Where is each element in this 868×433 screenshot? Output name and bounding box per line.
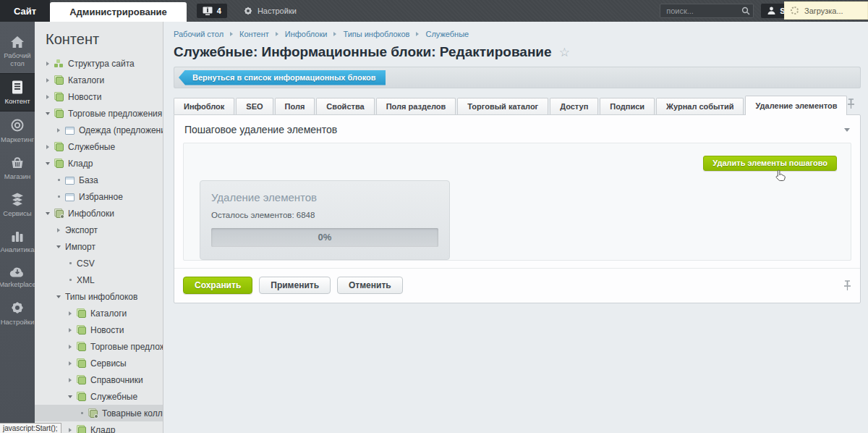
collapse-arrow-icon[interactable] <box>56 295 61 298</box>
tree-item-import[interactable]: Импорт <box>35 238 163 255</box>
spinner-icon <box>791 7 799 14</box>
tree-item-catalogs[interactable]: Каталоги <box>35 72 163 88</box>
breadcrumb-link[interactable]: Служебные <box>425 30 469 38</box>
expand-arrow-icon[interactable] <box>69 428 72 432</box>
expand-arrow-icon[interactable] <box>57 128 60 133</box>
expand-arrow-icon[interactable] <box>69 345 72 349</box>
tree-item-kladr[interactable]: Кладр <box>35 155 163 172</box>
expand-arrow-icon[interactable] <box>69 328 72 332</box>
pin-icon[interactable] <box>847 98 855 109</box>
search-input[interactable] <box>660 4 754 18</box>
expand-arrow-icon[interactable] <box>57 228 60 232</box>
topbar-settings[interactable]: Настройки <box>243 0 297 22</box>
tree-item-export[interactable]: Экспорт <box>35 222 163 238</box>
tree-item-infoblock-types[interactable]: Типы инфоблоков <box>35 288 163 305</box>
tab-infoblock[interactable]: Инфоблок <box>174 98 234 114</box>
tab-fields[interactable]: Поля <box>275 98 315 114</box>
tab-properties[interactable]: Свойства <box>316 98 374 114</box>
collapse-arrow-icon[interactable] <box>46 112 50 115</box>
tree-item-favorites[interactable]: Избранное <box>35 188 163 205</box>
collapse-section-icon[interactable] <box>844 128 850 132</box>
tab-trade-catalog[interactable]: Торговый каталог <box>457 98 548 114</box>
table-icon <box>65 193 75 201</box>
rail-item-marketing[interactable]: Маркетинг <box>0 112 35 149</box>
search-icon[interactable] <box>741 7 750 15</box>
tree-item-type-news[interactable]: Новости <box>35 321 163 338</box>
tree-item-product-collections[interactable]: Товарные коллекции <box>35 405 163 421</box>
tab-bar: Инфоблок SEO Поля Свойства Поля разделов… <box>174 96 861 114</box>
back-to-list-button[interactable]: Вернуться в список информационных блоков <box>179 70 386 85</box>
notification-count: 4 <box>217 7 221 15</box>
rail-label: Аналитика <box>0 245 34 253</box>
breadcrumb-separator-icon <box>276 32 278 36</box>
save-button[interactable]: Сохранить <box>183 277 252 294</box>
rail-item-services[interactable]: Сервисы <box>0 186 35 223</box>
progress-bar: 0% <box>211 228 438 247</box>
breadcrumb-link[interactable]: Рабочий стол <box>174 30 224 38</box>
tree-item-label: Инфоблоки <box>68 209 114 219</box>
expand-arrow-icon[interactable] <box>46 95 49 99</box>
collapse-arrow-icon[interactable] <box>68 395 72 398</box>
tree-item-clothes-offers[interactable]: Одежда (предложения) <box>35 122 163 138</box>
tab-event-log[interactable]: Журнал событий <box>656 98 744 114</box>
tree-item-type-catalogs[interactable]: Каталоги <box>35 305 163 321</box>
tree-item-base[interactable]: База <box>35 172 163 188</box>
tree-item-xml[interactable]: XML <box>35 272 163 288</box>
rail-item-marketplace[interactable]: Marketplace <box>0 259 35 294</box>
tree-item-label: Типы инфоблоков <box>65 292 137 302</box>
site-structure-icon <box>54 59 64 68</box>
content-tree-sidebar: Контент Структура сайта Каталоги Новости… <box>35 22 163 433</box>
rail-item-shop[interactable]: Магазин <box>0 149 35 186</box>
tree-item-type-service[interactable]: Служебные <box>35 388 163 405</box>
notification-counter[interactable]: 4 <box>197 4 227 18</box>
delete-stepwise-button[interactable]: Удалить элементы пошагово <box>703 156 837 171</box>
breadcrumb-link[interactable]: Контент <box>239 30 269 38</box>
tree-item-site-structure[interactable]: Структура сайта <box>35 55 163 72</box>
collapse-arrow-icon[interactable] <box>46 162 50 165</box>
home-icon <box>10 35 25 49</box>
tab-signatures[interactable]: Подписи <box>600 98 655 114</box>
tree-item-infoblocks[interactable]: Инфоблоки <box>35 205 163 222</box>
tree-item-csv[interactable]: CSV <box>35 255 163 272</box>
tree-item-service[interactable]: Служебные <box>35 138 163 155</box>
form-footer: Сохранить Применить Отменить <box>174 268 860 303</box>
rail-item-desktop[interactable]: Рабочий стол <box>0 29 35 73</box>
tab-site[interactable]: Сайт <box>0 0 50 22</box>
tab-delete-elements[interactable]: Удаление элементов <box>745 96 847 115</box>
tree-item-label: База <box>79 175 98 185</box>
rail-label: Настройки <box>1 318 35 326</box>
collapse-arrow-icon[interactable] <box>46 212 50 215</box>
expand-arrow-icon[interactable] <box>46 78 49 83</box>
tab-administration[interactable]: Администрирование <box>50 2 187 22</box>
tree-item-news[interactable]: Новости <box>35 88 163 105</box>
tree-item-type-offers[interactable]: Торговые предложения <box>35 338 163 355</box>
tab-section-fields[interactable]: Поля разделов <box>376 98 456 114</box>
expand-arrow-icon[interactable] <box>46 145 49 149</box>
tree-item-type-services[interactable]: Сервисы <box>35 355 163 371</box>
tree-item-offers[interactable]: Торговые предложения <box>35 105 163 122</box>
rail-label: Маркетинг <box>1 135 34 143</box>
apply-button[interactable]: Применить <box>259 277 331 294</box>
rail-item-settings[interactable]: Настройки <box>0 294 35 332</box>
section-title: Пошаговое удаление элементов <box>184 124 337 135</box>
page-title: Служебные: Информационные блоки: Редакти… <box>174 44 552 60</box>
rail-item-analytics[interactable]: Аналитика <box>0 223 35 259</box>
tree-item-type-directories[interactable]: Справочники <box>35 371 163 388</box>
pin-icon[interactable] <box>843 280 851 291</box>
collapse-arrow-icon[interactable] <box>56 245 61 248</box>
icon-sidebar: Рабочий стол Контент Маркетинг Магазин С… <box>0 22 35 433</box>
breadcrumb-link[interactable]: Типы инфоблоков <box>343 30 409 38</box>
tree-item-label: Импорт <box>65 242 95 252</box>
expand-arrow-icon[interactable] <box>69 378 72 382</box>
favorite-star-icon[interactable]: ☆ <box>559 46 570 59</box>
expand-arrow-icon[interactable] <box>69 311 72 316</box>
expand-arrow-icon[interactable] <box>69 361 72 366</box>
tab-access[interactable]: Доступ <box>550 98 598 114</box>
breadcrumb-link[interactable]: Инфоблоки <box>285 30 328 38</box>
tree-item-label: Служебные <box>68 142 115 152</box>
infoblock-icon <box>54 109 64 118</box>
rail-item-content[interactable]: Контент <box>0 73 35 112</box>
expand-arrow-icon[interactable] <box>46 62 49 66</box>
cancel-button[interactable]: Отменить <box>337 277 403 294</box>
tab-seo[interactable]: SEO <box>236 98 273 114</box>
